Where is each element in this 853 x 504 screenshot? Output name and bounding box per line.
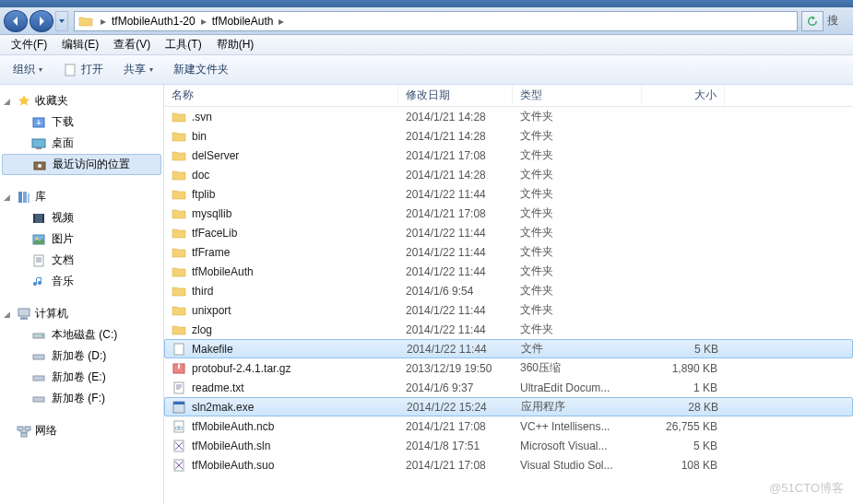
file-row[interactable]: zlog2014/1/22 11:44文件夹: [164, 320, 853, 339]
menu-tools[interactable]: 工具(T): [160, 35, 207, 54]
file-row[interactable]: protobuf-2.4.1.tar.gz2013/12/19 19:50360…: [164, 358, 853, 378]
file-row[interactable]: mysqllib2014/1/21 17:08文件夹: [164, 204, 853, 223]
menu-file[interactable]: 文件(F): [6, 35, 53, 54]
search-box[interactable]: 搜: [827, 13, 849, 29]
sidebar-item-drive-e[interactable]: 新加卷 (E:): [0, 367, 163, 388]
column-header-name[interactable]: 名称: [164, 85, 398, 106]
chevron-right-icon[interactable]: ▸: [197, 15, 210, 28]
sidebar-item-drive-d[interactable]: 新加卷 (D:): [0, 346, 163, 367]
svg-rect-6: [18, 192, 22, 203]
navigation-bar: ▸ tfMobileAuth1-20 ▸ tfMobileAuth ▸ 搜: [0, 7, 853, 35]
sidebar-item-documents[interactable]: 文档: [0, 250, 163, 271]
exe-icon: [172, 400, 186, 415]
file-type: 文件夹: [513, 128, 642, 144]
menu-help[interactable]: 帮助(H): [211, 35, 260, 54]
folder-icon: [172, 264, 186, 279]
file-type: 文件夹: [513, 302, 642, 318]
column-header-date[interactable]: 修改日期: [398, 85, 513, 106]
file-row[interactable]: tfMobileAuth2014/1/22 11:44文件夹: [164, 262, 853, 281]
file-date: 2014/1/22 11:44: [398, 246, 513, 259]
back-button[interactable]: [4, 10, 28, 32]
file-list: .svn2014/1/21 14:28文件夹bin2014/1/21 14:28…: [164, 107, 853, 475]
new-folder-label: 新建文件夹: [173, 62, 229, 77]
nav-history-dropdown[interactable]: [55, 11, 68, 31]
sidebar-item-desktop[interactable]: 桌面: [0, 133, 163, 154]
file-name: tfMobileAuth: [192, 265, 254, 278]
sidebar-item-label: 新加卷 (D:): [52, 348, 106, 364]
file-type: VC++ Intellisens...: [513, 420, 642, 433]
sidebar-item-recent[interactable]: 最近访问的位置: [2, 154, 161, 175]
file-row[interactable]: tfMobileAuth.sln2014/1/8 17:51Microsoft …: [164, 436, 853, 455]
file-date: 2014/1/22 11:44: [398, 323, 513, 336]
new-folder-button[interactable]: 新建文件夹: [168, 60, 234, 79]
file-name: .svn: [192, 111, 212, 123]
documents-icon: [31, 253, 46, 268]
file-row[interactable]: third2014/1/6 9:54文件夹: [164, 281, 853, 300]
file-row[interactable]: ftplib2014/1/22 11:44文件夹: [164, 184, 853, 204]
file-name: doc: [192, 169, 209, 182]
menu-view[interactable]: 查看(V): [108, 35, 156, 54]
sidebar-favorites-header[interactable]: ◢ 收藏夹: [0, 90, 163, 111]
sidebar-network-label: 网络: [35, 423, 57, 439]
file-date: 2014/1/22 11:44: [398, 304, 513, 317]
file-type: 文件夹: [513, 205, 642, 221]
file-size: 28 KB: [643, 401, 726, 414]
file-row[interactable]: tfFrame2014/1/22 11:44文件夹: [164, 242, 853, 262]
file-row[interactable]: readme.txt2014/1/6 9:37UltraEdit Docum..…: [164, 378, 853, 397]
file-type: UltraEdit Docum...: [513, 381, 642, 394]
file-date: 2014/1/21 14:28: [398, 111, 513, 123]
desktop-icon: [31, 136, 46, 151]
organize-button[interactable]: 组织▾: [7, 60, 48, 79]
file-row[interactable]: tfFaceLib2014/1/22 11:44文件夹: [164, 223, 853, 242]
file-date: 2014/1/22 11:44: [398, 265, 513, 278]
column-header-type[interactable]: 类型: [513, 85, 642, 106]
folder-icon: [172, 168, 186, 182]
refresh-button[interactable]: [801, 11, 823, 31]
share-button[interactable]: 共享▾: [118, 60, 159, 79]
file-size: 5 KB: [642, 440, 725, 452]
file-row[interactable]: delServer2014/1/21 17:08文件夹: [164, 146, 853, 165]
chevron-right-icon[interactable]: ▸: [97, 15, 110, 28]
svg-rect-30: [173, 402, 184, 404]
sidebar-item-drive-f[interactable]: 新加卷 (F:): [0, 388, 163, 409]
menu-edit[interactable]: 编辑(E): [56, 35, 104, 54]
sidebar-libraries-header[interactable]: ◢ 库: [0, 186, 163, 207]
sidebar-item-pictures[interactable]: 图片: [0, 229, 163, 250]
svg-rect-21: [33, 397, 44, 402]
chevron-right-icon[interactable]: ▸: [275, 15, 288, 28]
sidebar-item-downloads[interactable]: 下载: [0, 111, 163, 133]
file-type: 文件夹: [513, 244, 642, 260]
file-row[interactable]: bin2014/1/21 14:28文件夹: [164, 126, 853, 146]
file-date: 2014/1/21 17:08: [398, 207, 513, 220]
pictures-icon: [31, 232, 46, 247]
file-row[interactable]: unixport2014/1/22 11:44文件夹: [164, 300, 853, 320]
file-name: ftplib: [192, 188, 215, 201]
address-bar[interactable]: ▸ tfMobileAuth1-20 ▸ tfMobileAuth ▸: [74, 11, 798, 31]
svg-rect-0: [65, 64, 75, 76]
column-header-size[interactable]: 大小: [642, 85, 725, 106]
sidebar-computer-header[interactable]: ◢ 计算机: [0, 303, 163, 324]
forward-button[interactable]: [30, 10, 53, 32]
sidebar-computer-label: 计算机: [35, 306, 68, 322]
archive-icon: [172, 361, 186, 376]
file-row[interactable]: doc2014/1/21 14:28文件夹: [164, 165, 853, 184]
breadcrumb-seg-1[interactable]: tfMobileAuth1-20: [110, 15, 197, 28]
sidebar-network-header[interactable]: 网络: [0, 420, 163, 441]
sidebar-item-videos[interactable]: 视频: [0, 207, 163, 229]
file-date: 2014/1/21 17:08: [398, 459, 513, 472]
file-row[interactable]: tfMobileAuth.suo2014/1/21 17:08Visual St…: [164, 455, 853, 475]
breadcrumb-seg-2[interactable]: tfMobileAuth: [210, 15, 276, 28]
sidebar-item-music[interactable]: 音乐: [0, 271, 163, 292]
file-date: 2014/1/21 14:28: [398, 169, 513, 182]
file-row[interactable]: Makefile2014/1/22 11:44文件5 KB: [164, 339, 853, 358]
drive-icon: [31, 349, 46, 364]
file-row[interactable]: dbtfMobileAuth.ncb2014/1/21 17:08VC++ In…: [164, 416, 853, 436]
folder-icon: [172, 245, 186, 260]
file-row[interactable]: sln2mak.exe2014/1/22 15:24应用程序28 KB: [164, 397, 853, 416]
file-size: 108 KB: [642, 459, 725, 472]
open-button[interactable]: 打开: [57, 60, 109, 79]
sidebar-item-label: 新加卷 (E:): [52, 369, 106, 385]
sidebar-item-drive-c[interactable]: 本地磁盘 (C:): [0, 324, 163, 346]
file-row[interactable]: .svn2014/1/21 14:28文件夹: [164, 107, 853, 126]
folder-icon: [172, 322, 186, 337]
